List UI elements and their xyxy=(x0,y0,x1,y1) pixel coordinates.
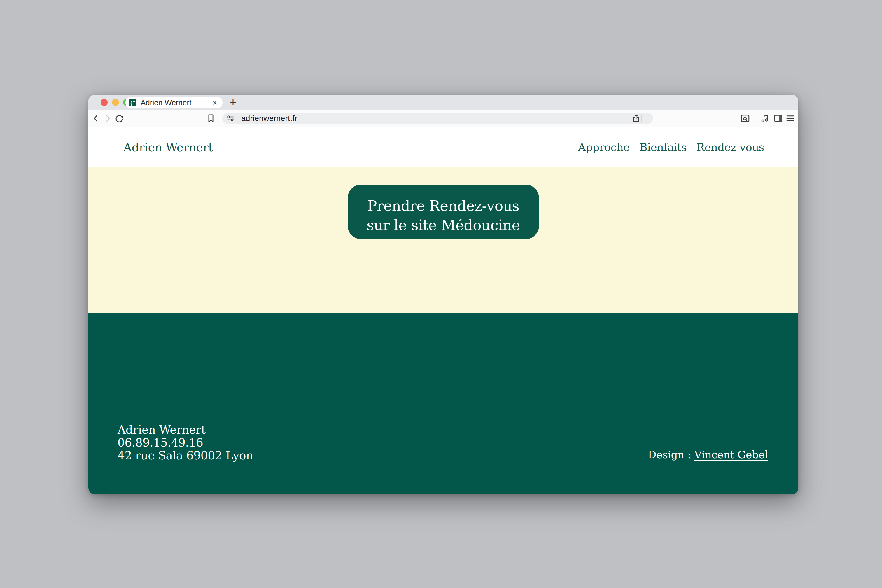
site-favicon-icon xyxy=(129,99,136,106)
back-icon[interactable] xyxy=(90,110,102,127)
close-window-button[interactable] xyxy=(100,99,108,106)
site-settings-icon[interactable] xyxy=(226,114,235,123)
nav-item-rendez-vous[interactable]: Rendez-vous xyxy=(696,141,764,154)
minimize-window-button[interactable] xyxy=(112,99,119,106)
site-nav: Approche Bienfaits Rendez-vous xyxy=(578,141,764,154)
medoucine-appointment-button[interactable]: Prendre Rendez-vous sur le site Médoucin… xyxy=(348,184,539,239)
hero-section: Prendre Rendez-vous sur le site Médoucin… xyxy=(88,167,798,313)
nav-item-bienfaits[interactable]: Bienfaits xyxy=(640,141,687,154)
footer-address: 42 rue Sala 69002 Lyon xyxy=(117,449,253,462)
bookmark-icon[interactable] xyxy=(204,110,217,127)
cta-line1: Prendre Rendez-vous xyxy=(368,198,519,214)
site-header: Adrien Wernert Approche Bienfaits Rendez… xyxy=(88,128,798,167)
browser-tab[interactable]: Adrien Wernert × xyxy=(125,97,222,108)
new-tab-button[interactable]: + xyxy=(225,95,241,110)
toolbar-divider xyxy=(754,115,755,123)
footer-contact: Adrien Wernert 06.89.15.49.16 42 rue Sal… xyxy=(117,423,253,462)
nav-item-approche[interactable]: Approche xyxy=(578,141,630,154)
address-bar-divider xyxy=(641,115,642,122)
design-credit-prefix: Design : xyxy=(648,448,694,460)
tab-title: Adrien Wernert xyxy=(141,98,212,107)
design-credit-link[interactable]: Vincent Gebel xyxy=(694,448,768,460)
browser-toolbar: adrienwernert.fr xyxy=(88,110,798,128)
sidebar-toggle-icon[interactable] xyxy=(771,110,785,127)
cta-line2: sur le site Médoucine xyxy=(367,217,520,234)
tab-strip: Adrien Wernert × + xyxy=(88,95,798,110)
design-credit: Design : Vincent Gebel xyxy=(648,448,768,460)
site-footer: Adrien Wernert 06.89.15.49.16 42 rue Sal… xyxy=(88,313,798,494)
share-icon[interactable] xyxy=(632,114,641,123)
browser-window: Adrien Wernert × + a xyxy=(88,95,798,494)
forward-icon[interactable] xyxy=(102,110,114,127)
music-note-icon[interactable] xyxy=(758,110,772,127)
footer-phone: 06.89.15.49.16 xyxy=(117,436,253,449)
url-text[interactable]: adrienwernert.fr xyxy=(241,114,632,123)
page-search-icon[interactable] xyxy=(738,110,753,127)
reload-icon[interactable] xyxy=(114,110,125,127)
menu-icon[interactable] xyxy=(784,110,797,127)
tab-close-icon[interactable]: × xyxy=(212,98,218,107)
footer-name: Adrien Wernert xyxy=(117,423,253,436)
address-bar[interactable]: adrienwernert.fr xyxy=(222,113,653,124)
site-logo[interactable]: Adrien Wernert xyxy=(123,141,213,154)
